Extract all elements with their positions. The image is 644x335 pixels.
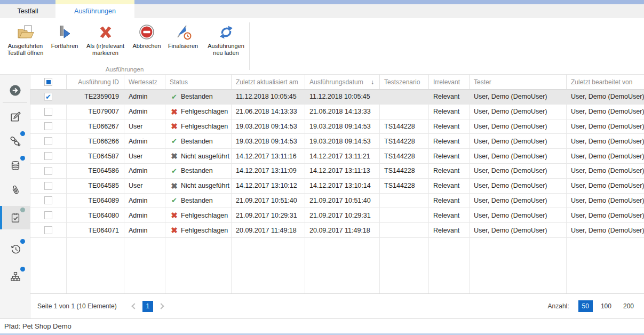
cell-zuletzt-bearbeitet-von: User, Demo (DemoUser) bbox=[567, 134, 644, 149]
cell-wertesatz: User bbox=[124, 119, 165, 134]
table-row[interactable]: TE2359019 Admin ✔Bestanden 11.12.2018 10… bbox=[30, 90, 644, 105]
row-checkbox[interactable] bbox=[30, 119, 67, 134]
cell-wertesatz: Admin bbox=[124, 105, 165, 119]
cell-irrelevant: Relevant bbox=[429, 223, 470, 238]
hierarchy-icon bbox=[10, 271, 21, 283]
cell-wertesatz: Admin bbox=[124, 164, 165, 179]
reload-executions-button[interactable]: Ausführungen neu laden bbox=[203, 21, 249, 57]
tab-ausfuehrungen[interactable]: Ausführungen bbox=[55, 4, 134, 18]
column-header-ausfuehrungsdatum[interactable]: Ausführungsdatum↓ bbox=[305, 75, 380, 89]
mark-irrelevant-button[interactable]: Als (ir)relevant markieren bbox=[81, 21, 130, 57]
finalize-button[interactable]: Finalisieren bbox=[163, 21, 203, 57]
table-row[interactable]: TE066266 Admin ✔Bestanden 19.03.2018 09:… bbox=[30, 134, 644, 149]
column-header-tester[interactable]: Tester bbox=[470, 75, 567, 89]
notification-dot bbox=[20, 208, 25, 212]
cell-tester: User, Demo (DemoUser) bbox=[470, 105, 567, 119]
sidebar-item-steps[interactable] bbox=[0, 130, 30, 153]
table-empty-area bbox=[30, 238, 644, 294]
cell-zuletzt-aktualisiert: 20.09.2017 11:49:18 bbox=[232, 223, 305, 238]
cell-tester: User, Demo (DemoUser) bbox=[470, 119, 567, 134]
column-header-status[interactable]: Status bbox=[165, 75, 232, 89]
cell-tester: User, Demo (DemoUser) bbox=[470, 223, 567, 238]
sidebar-item-executions[interactable] bbox=[0, 206, 30, 229]
cell-testszenario bbox=[380, 223, 429, 238]
reload-refresh-icon bbox=[217, 22, 235, 43]
attachment-icon bbox=[10, 184, 21, 196]
row-checkbox[interactable] bbox=[30, 90, 67, 105]
column-header-wertesatz[interactable]: Wertesatz bbox=[124, 75, 165, 89]
table-row[interactable]: TE066267 User ✖Fehlgeschlagen 19.03.2018… bbox=[30, 119, 644, 134]
previous-page-button[interactable] bbox=[130, 301, 139, 312]
notification-dot bbox=[20, 267, 25, 272]
open-executed-testcase-button[interactable]: Ausgeführten Testfall öffnen bbox=[2, 21, 49, 57]
row-checkbox[interactable] bbox=[30, 179, 67, 194]
current-page-button[interactable]: 1 bbox=[142, 301, 153, 312]
table-row[interactable]: TE064071 Admin ✖Fehlgeschlagen 20.09.201… bbox=[30, 223, 644, 238]
table-row[interactable]: TE079007 Admin ✖Fehlgeschlagen 21.06.201… bbox=[30, 105, 644, 119]
cell-zuletzt-aktualisiert: 14.12.2017 13:11:16 bbox=[232, 149, 305, 164]
cell-testszenario bbox=[380, 194, 429, 209]
executions-clipboard-icon bbox=[10, 212, 21, 224]
row-checkbox[interactable] bbox=[30, 194, 67, 209]
status-icon: ✖ bbox=[170, 122, 179, 130]
table-row[interactable]: TE064080 Admin ✖Fehlgeschlagen 21.09.201… bbox=[30, 208, 644, 223]
row-checkbox[interactable] bbox=[30, 164, 67, 179]
pager-bar: Seite 1 von 1 (10 Elemente) 1 Anzahl: 50… bbox=[30, 294, 644, 318]
page-size-option-50[interactable]: 50 bbox=[578, 300, 593, 312]
status-icon: ✔ bbox=[170, 197, 179, 204]
sidebar-item-data[interactable] bbox=[0, 154, 30, 178]
cell-ausfuehrung-id: TE064080 bbox=[67, 208, 124, 223]
column-header-testszenario[interactable]: Testszenario bbox=[380, 75, 429, 89]
cell-irrelevant: Relevant bbox=[429, 119, 470, 134]
cell-status: ✖Fehlgeschlagen bbox=[165, 223, 232, 238]
column-header-zuletzt-bearbeitet-von[interactable]: Zuletzt bearbeitet von bbox=[567, 75, 644, 89]
cell-zuletzt-aktualisiert: 19.03.2018 09:14:53 bbox=[232, 119, 305, 134]
cell-zuletzt-aktualisiert: 14.12.2017 13:10:12 bbox=[232, 179, 305, 194]
ribbon-group-divider bbox=[249, 22, 250, 70]
cell-tester: User, Demo (DemoUser) bbox=[470, 194, 567, 209]
cancel-button[interactable]: Abbrechen bbox=[130, 21, 163, 57]
sidebar-item-collapse[interactable] bbox=[0, 78, 30, 102]
cell-testszenario bbox=[380, 208, 429, 223]
table-row[interactable]: TE064089 Admin ✔Bestanden 21.09.2017 10:… bbox=[30, 194, 644, 209]
executions-table: Ausführung ID Wertesatz Status Zuletzt a… bbox=[30, 75, 644, 318]
ribbon-button-label: Finalisieren bbox=[168, 43, 198, 50]
tab-testfall[interactable]: Testfall bbox=[0, 4, 55, 18]
sidebar-item-edit[interactable] bbox=[0, 105, 30, 129]
cell-tester: User, Demo (DemoUser) bbox=[470, 90, 567, 105]
column-header-zuletzt-aktualisiert[interactable]: Zuletzt aktualisiert am bbox=[232, 75, 305, 89]
cell-status: ✖Fehlgeschlagen bbox=[165, 208, 232, 223]
cell-zuletzt-aktualisiert: 21.09.2017 10:29:31 bbox=[232, 208, 305, 223]
chevron-left-icon bbox=[131, 303, 137, 309]
cell-zuletzt-bearbeitet-von: User, Demo (DemoUser) bbox=[567, 105, 644, 119]
row-checkbox[interactable] bbox=[30, 134, 67, 149]
cell-irrelevant: Relevant bbox=[429, 194, 470, 209]
steps-icon bbox=[9, 135, 21, 148]
cell-ausfuehrungsdatum: 14.12.2017 13:11:21 bbox=[305, 149, 380, 164]
row-checkbox[interactable] bbox=[30, 105, 67, 119]
row-checkbox[interactable] bbox=[30, 208, 67, 223]
next-page-button[interactable] bbox=[157, 301, 165, 312]
cell-testszenario: TS144228 bbox=[380, 164, 429, 179]
sidebar-item-hierarchy[interactable] bbox=[0, 265, 30, 289]
table-row[interactable]: TE064586 Admin ✔Bestanden 14.12.2017 13:… bbox=[30, 164, 644, 179]
cell-ausfuehrungsdatum: 14.12.2017 13:10:14 bbox=[305, 179, 380, 194]
cell-wertesatz: Admin bbox=[124, 223, 165, 238]
cell-zuletzt-aktualisiert: 21.06.2018 14:13:33 bbox=[232, 105, 305, 119]
sidebar-item-attachments[interactable] bbox=[0, 178, 30, 202]
table-row[interactable]: TE064585 User ✖Nicht ausgeführt 14.12.20… bbox=[30, 179, 644, 194]
history-icon bbox=[10, 243, 21, 255]
ribbon-button-label: Fortfahren bbox=[51, 43, 78, 50]
row-checkbox[interactable] bbox=[30, 223, 67, 238]
continue-button[interactable]: Fortfahren bbox=[49, 21, 81, 57]
cell-ausfuehrungsdatum: 14.12.2017 13:11:13 bbox=[305, 164, 380, 179]
sidebar-item-history[interactable] bbox=[0, 237, 30, 261]
page-size-option-100[interactable]: 100 bbox=[597, 300, 615, 312]
select-all-checkbox[interactable] bbox=[30, 75, 67, 89]
row-checkbox[interactable] bbox=[30, 149, 67, 164]
page-size-option-200[interactable]: 200 bbox=[619, 300, 638, 312]
column-header-ausfuehrung-id[interactable]: Ausführung ID bbox=[67, 75, 124, 89]
cell-testszenario: TS144228 bbox=[380, 119, 429, 134]
table-row[interactable]: TE064587 User ✖Nicht ausgeführt 14.12.20… bbox=[30, 149, 644, 164]
column-header-irrelevant[interactable]: Irrelevant bbox=[429, 75, 470, 89]
